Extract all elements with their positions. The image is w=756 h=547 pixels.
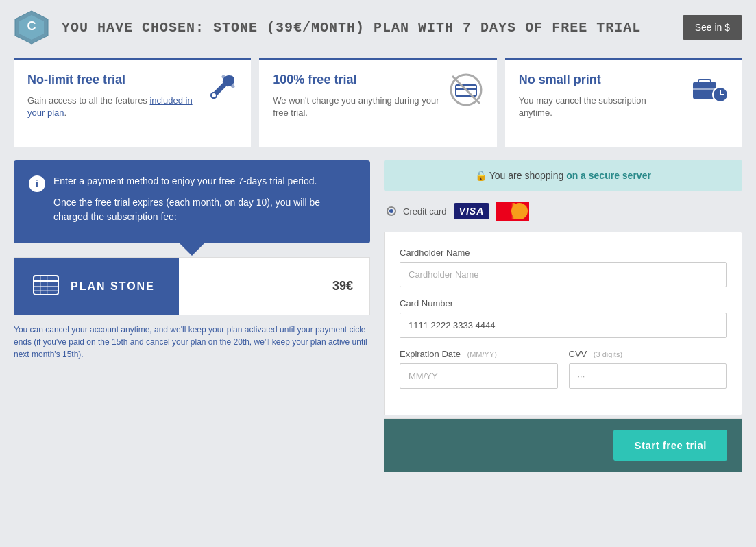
start-free-trial-button[interactable]: Start free trial [613,430,727,461]
briefcase-clock-icon [692,73,729,108]
cvv-group: CVV (3 digits) [569,349,727,389]
feature-card-free-trial-desc: We won't charge you anything during your… [273,95,439,119]
header-left: C YOU HAVE CHOSEN: STONE (39€/MONTH) PLA… [14,10,641,45]
lock-icon: 🔒 [475,170,487,181]
card-number-input[interactable] [400,313,727,338]
feature-card-free-trial-title: 100% free trial [273,73,439,88]
payment-method-row: Credit card VISA [384,202,742,221]
card-number-group: Card Number [400,298,727,338]
feature-card-no-limit-title: No-limit free trial [27,73,199,88]
info-icon: i [29,175,45,192]
svg-text:C: C [27,19,36,33]
card-number-label: Card Number [400,298,727,308]
see-in-dollars-button[interactable]: See in $ [683,15,742,40]
expiry-input[interactable] [400,363,558,389]
no-credit-icon [449,73,483,113]
header: C YOU HAVE CHOSEN: STONE (39€/MONTH) PLA… [0,0,756,55]
info-line1: Enter a payment method to enjoy your fre… [53,174,355,189]
secure-bar-text: You are shopping [489,170,566,181]
cancel-text: You can cancel your account anytime, and… [14,324,370,361]
cardholder-input[interactable] [400,262,727,287]
submit-bar: Start free trial [384,418,742,472]
feature-card-no-small-print: No small print You may cancel the subscr… [505,58,742,147]
card-form: Cardholder Name Card Number Expiration D… [384,232,742,415]
plan-icon [31,270,61,302]
expiry-group: Expiration Date (MM/YY) [400,349,558,389]
feature-cards: No-limit free trial Gain access to all t… [0,58,756,160]
app-logo: C [14,10,49,45]
feature-card-no-limit: No-limit free trial Gain access to all t… [14,58,251,147]
plan-box: PLAN STONE 39€ [14,257,370,315]
secure-link: on a secure server [566,170,651,181]
cardholder-label: Cardholder Name [400,247,727,258]
left-panel: i Enter a payment method to enjoy your f… [14,160,370,472]
wrench-icon [208,73,237,107]
info-line2: Once the free trial expires (each month,… [53,195,355,224]
expiry-label: Expiration Date (MM/YY) [400,349,558,359]
expiry-cvv-row: Expiration Date (MM/YY) CVV (3 digits) [400,349,727,400]
visa-logo: VISA [454,203,490,219]
cvv-input[interactable] [569,363,727,389]
feature-card-free-trial: 100% free trial We won't charge you anyt… [259,58,496,147]
cvv-label: CVV (3 digits) [569,349,727,359]
plan-box-left: PLAN STONE [14,258,179,315]
feature-card-no-small-print-desc: You may cancel the subscription anytime. [519,95,682,119]
page-title: YOU HAVE CHOSEN: STONE (39€/MONTH) PLAN … [62,20,641,36]
credit-card-label: Credit card [403,206,447,217]
plan-name: PLAN STONE [71,280,155,293]
cardholder-group: Cardholder Name [400,247,727,287]
right-panel: 🔒 You are shopping on a secure server Cr… [384,160,742,472]
info-box: i Enter a payment method to enjoy your f… [14,160,370,243]
feature-card-no-limit-desc: Gain access to all the features included… [27,95,199,119]
credit-card-radio[interactable] [387,206,396,216]
feature-card-no-small-print-title: No small print [519,73,682,88]
main-content: i Enter a payment method to enjoy your f… [0,160,756,485]
mastercard-logo [496,202,529,221]
secure-bar: 🔒 You are shopping on a secure server [384,160,742,191]
svg-rect-13 [34,276,58,295]
plan-price: 39€ [179,279,369,293]
